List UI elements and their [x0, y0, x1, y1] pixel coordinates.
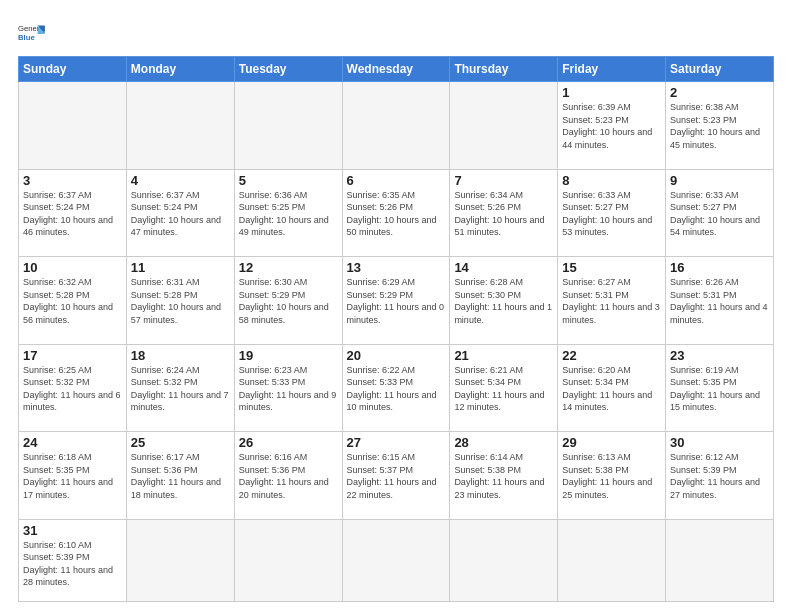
calendar-day-cell: 13Sunrise: 6:29 AM Sunset: 5:29 PM Dayli… — [342, 257, 450, 345]
day-info: Sunrise: 6:35 AM Sunset: 5:26 PM Dayligh… — [347, 189, 446, 239]
day-number: 25 — [131, 435, 230, 450]
day-info: Sunrise: 6:37 AM Sunset: 5:24 PM Dayligh… — [131, 189, 230, 239]
day-number: 19 — [239, 348, 338, 363]
calendar-day-cell: 2Sunrise: 6:38 AM Sunset: 5:23 PM Daylig… — [666, 82, 774, 170]
day-info: Sunrise: 6:24 AM Sunset: 5:32 PM Dayligh… — [131, 364, 230, 414]
day-number: 4 — [131, 173, 230, 188]
calendar-week-row: 31Sunrise: 6:10 AM Sunset: 5:39 PM Dayli… — [19, 519, 774, 601]
day-number: 6 — [347, 173, 446, 188]
calendar-day-cell: 14Sunrise: 6:28 AM Sunset: 5:30 PM Dayli… — [450, 257, 558, 345]
calendar-day-cell — [126, 82, 234, 170]
logo: General Blue — [18, 20, 46, 48]
day-info: Sunrise: 6:13 AM Sunset: 5:38 PM Dayligh… — [562, 451, 661, 501]
calendar-day-cell: 4Sunrise: 6:37 AM Sunset: 5:24 PM Daylig… — [126, 169, 234, 257]
calendar-day-cell: 16Sunrise: 6:26 AM Sunset: 5:31 PM Dayli… — [666, 257, 774, 345]
calendar-day-cell: 12Sunrise: 6:30 AM Sunset: 5:29 PM Dayli… — [234, 257, 342, 345]
calendar-day-cell: 1Sunrise: 6:39 AM Sunset: 5:23 PM Daylig… — [558, 82, 666, 170]
day-number: 31 — [23, 523, 122, 538]
day-number: 13 — [347, 260, 446, 275]
calendar-day-cell: 17Sunrise: 6:25 AM Sunset: 5:32 PM Dayli… — [19, 344, 127, 432]
day-info: Sunrise: 6:31 AM Sunset: 5:28 PM Dayligh… — [131, 276, 230, 326]
day-number: 10 — [23, 260, 122, 275]
day-info: Sunrise: 6:32 AM Sunset: 5:28 PM Dayligh… — [23, 276, 122, 326]
calendar-day-cell — [666, 519, 774, 601]
day-info: Sunrise: 6:37 AM Sunset: 5:24 PM Dayligh… — [23, 189, 122, 239]
calendar-day-cell — [234, 519, 342, 601]
day-number: 22 — [562, 348, 661, 363]
calendar-day-cell: 29Sunrise: 6:13 AM Sunset: 5:38 PM Dayli… — [558, 432, 666, 520]
calendar-day-cell: 25Sunrise: 6:17 AM Sunset: 5:36 PM Dayli… — [126, 432, 234, 520]
calendar-day-cell — [234, 82, 342, 170]
calendar-day-header: Monday — [126, 57, 234, 82]
calendar-day-cell: 15Sunrise: 6:27 AM Sunset: 5:31 PM Dayli… — [558, 257, 666, 345]
day-info: Sunrise: 6:15 AM Sunset: 5:37 PM Dayligh… — [347, 451, 446, 501]
day-number: 8 — [562, 173, 661, 188]
day-number: 3 — [23, 173, 122, 188]
calendar-week-row: 3Sunrise: 6:37 AM Sunset: 5:24 PM Daylig… — [19, 169, 774, 257]
calendar-day-header: Friday — [558, 57, 666, 82]
calendar-day-cell: 3Sunrise: 6:37 AM Sunset: 5:24 PM Daylig… — [19, 169, 127, 257]
calendar-day-cell: 28Sunrise: 6:14 AM Sunset: 5:38 PM Dayli… — [450, 432, 558, 520]
day-info: Sunrise: 6:30 AM Sunset: 5:29 PM Dayligh… — [239, 276, 338, 326]
day-number: 28 — [454, 435, 553, 450]
general-blue-logo-icon: General Blue — [18, 20, 46, 48]
day-info: Sunrise: 6:33 AM Sunset: 5:27 PM Dayligh… — [670, 189, 769, 239]
day-number: 21 — [454, 348, 553, 363]
day-info: Sunrise: 6:34 AM Sunset: 5:26 PM Dayligh… — [454, 189, 553, 239]
calendar-week-row: 1Sunrise: 6:39 AM Sunset: 5:23 PM Daylig… — [19, 82, 774, 170]
day-number: 5 — [239, 173, 338, 188]
calendar-table: SundayMondayTuesdayWednesdayThursdayFrid… — [18, 56, 774, 602]
day-info: Sunrise: 6:27 AM Sunset: 5:31 PM Dayligh… — [562, 276, 661, 326]
calendar-week-row: 24Sunrise: 6:18 AM Sunset: 5:35 PM Dayli… — [19, 432, 774, 520]
day-number: 9 — [670, 173, 769, 188]
day-number: 18 — [131, 348, 230, 363]
calendar-week-row: 10Sunrise: 6:32 AM Sunset: 5:28 PM Dayli… — [19, 257, 774, 345]
day-info: Sunrise: 6:26 AM Sunset: 5:31 PM Dayligh… — [670, 276, 769, 326]
day-info: Sunrise: 6:17 AM Sunset: 5:36 PM Dayligh… — [131, 451, 230, 501]
day-number: 16 — [670, 260, 769, 275]
calendar-day-cell: 24Sunrise: 6:18 AM Sunset: 5:35 PM Dayli… — [19, 432, 127, 520]
day-number: 11 — [131, 260, 230, 275]
calendar-day-cell: 10Sunrise: 6:32 AM Sunset: 5:28 PM Dayli… — [19, 257, 127, 345]
calendar-day-cell: 6Sunrise: 6:35 AM Sunset: 5:26 PM Daylig… — [342, 169, 450, 257]
day-info: Sunrise: 6:39 AM Sunset: 5:23 PM Dayligh… — [562, 101, 661, 151]
day-info: Sunrise: 6:33 AM Sunset: 5:27 PM Dayligh… — [562, 189, 661, 239]
calendar-day-cell — [450, 82, 558, 170]
day-number: 23 — [670, 348, 769, 363]
day-number: 29 — [562, 435, 661, 450]
day-number: 14 — [454, 260, 553, 275]
day-info: Sunrise: 6:12 AM Sunset: 5:39 PM Dayligh… — [670, 451, 769, 501]
calendar-day-header: Thursday — [450, 57, 558, 82]
calendar-day-cell: 11Sunrise: 6:31 AM Sunset: 5:28 PM Dayli… — [126, 257, 234, 345]
day-info: Sunrise: 6:22 AM Sunset: 5:33 PM Dayligh… — [347, 364, 446, 414]
day-info: Sunrise: 6:18 AM Sunset: 5:35 PM Dayligh… — [23, 451, 122, 501]
svg-text:Blue: Blue — [18, 33, 35, 42]
calendar-day-header: Saturday — [666, 57, 774, 82]
calendar-day-cell — [558, 519, 666, 601]
day-info: Sunrise: 6:25 AM Sunset: 5:32 PM Dayligh… — [23, 364, 122, 414]
day-info: Sunrise: 6:28 AM Sunset: 5:30 PM Dayligh… — [454, 276, 553, 326]
calendar-day-header: Tuesday — [234, 57, 342, 82]
day-info: Sunrise: 6:16 AM Sunset: 5:36 PM Dayligh… — [239, 451, 338, 501]
calendar-day-cell: 5Sunrise: 6:36 AM Sunset: 5:25 PM Daylig… — [234, 169, 342, 257]
calendar-header-row: SundayMondayTuesdayWednesdayThursdayFrid… — [19, 57, 774, 82]
day-number: 24 — [23, 435, 122, 450]
day-info: Sunrise: 6:38 AM Sunset: 5:23 PM Dayligh… — [670, 101, 769, 151]
calendar-day-cell: 31Sunrise: 6:10 AM Sunset: 5:39 PM Dayli… — [19, 519, 127, 601]
day-info: Sunrise: 6:23 AM Sunset: 5:33 PM Dayligh… — [239, 364, 338, 414]
day-number: 20 — [347, 348, 446, 363]
calendar-day-cell — [19, 82, 127, 170]
calendar-week-row: 17Sunrise: 6:25 AM Sunset: 5:32 PM Dayli… — [19, 344, 774, 432]
day-info: Sunrise: 6:29 AM Sunset: 5:29 PM Dayligh… — [347, 276, 446, 326]
calendar-day-cell: 23Sunrise: 6:19 AM Sunset: 5:35 PM Dayli… — [666, 344, 774, 432]
day-number: 15 — [562, 260, 661, 275]
day-number: 1 — [562, 85, 661, 100]
header: General Blue — [18, 16, 774, 48]
day-info: Sunrise: 6:20 AM Sunset: 5:34 PM Dayligh… — [562, 364, 661, 414]
day-info: Sunrise: 6:14 AM Sunset: 5:38 PM Dayligh… — [454, 451, 553, 501]
calendar-day-cell: 18Sunrise: 6:24 AM Sunset: 5:32 PM Dayli… — [126, 344, 234, 432]
calendar-day-cell — [342, 82, 450, 170]
calendar-day-cell: 19Sunrise: 6:23 AM Sunset: 5:33 PM Dayli… — [234, 344, 342, 432]
calendar-day-header: Wednesday — [342, 57, 450, 82]
day-info: Sunrise: 6:19 AM Sunset: 5:35 PM Dayligh… — [670, 364, 769, 414]
